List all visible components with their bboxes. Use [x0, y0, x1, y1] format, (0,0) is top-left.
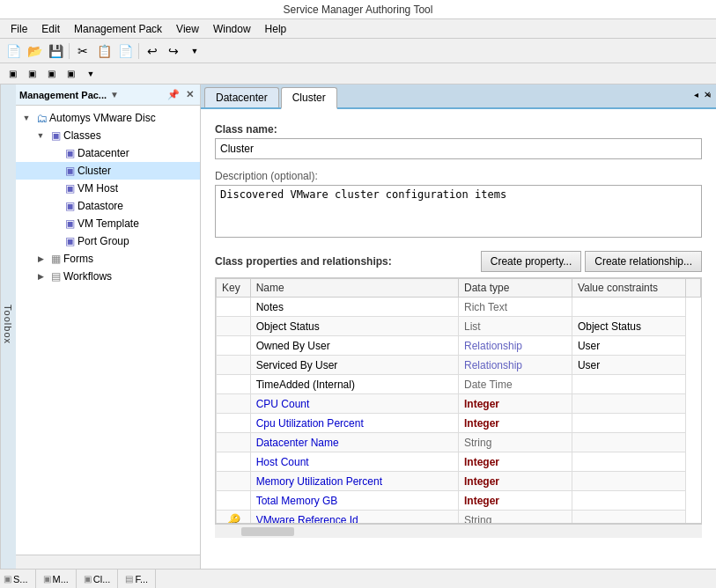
toolbar2: ▣ ▣ ▣ ▣ ▼: [0, 63, 716, 85]
cell-name: VMware Reference Id: [250, 511, 458, 525]
tree-vmhost[interactable]: ▣ VM Host: [16, 180, 200, 197]
cut-button[interactable]: ✂: [73, 41, 92, 61]
cell-key: [217, 433, 251, 452]
paste-button[interactable]: 📄: [115, 41, 135, 61]
tree-cluster[interactable]: ▣ Cluster: [16, 162, 200, 180]
cell-key: [217, 452, 251, 472]
table-row[interactable]: Host CountInteger: [217, 452, 701, 472]
classes-folder-icon: ▣: [48, 129, 63, 143]
tree-root[interactable]: ▼ 🗂 Automys VMware Disc: [16, 109, 200, 127]
description-input[interactable]: Discovered VMware cluster configuration …: [215, 185, 702, 238]
status-item-3[interactable]: ▣ Cl...: [84, 570, 119, 588]
vmtemplate-class-icon: ▣: [62, 217, 78, 231]
sidebar-close-btn[interactable]: ✕: [182, 88, 196, 102]
cell-key: [217, 298, 251, 317]
table-row[interactable]: Owned By UserRelationshipUser: [217, 336, 701, 356]
status-item-4[interactable]: ▤ F...: [125, 570, 156, 588]
menu-file[interactable]: File: [4, 21, 34, 37]
cell-key: [217, 356, 251, 375]
sidebar: Management Pac... ▼ 📌 ✕ ▼ 🗂 Automys VMwa…: [16, 85, 201, 569]
table-row[interactable]: Datacenter NameString: [217, 433, 701, 452]
horizontal-scrollbar[interactable]: [215, 524, 702, 538]
toolbar2-btn4[interactable]: ▣: [62, 66, 79, 82]
redo-button[interactable]: ↪: [164, 41, 183, 61]
table-row[interactable]: 🔑VMware Reference IdString: [217, 511, 701, 525]
table-row[interactable]: Total Memory GBInteger: [217, 491, 701, 511]
save-button[interactable]: 💾: [46, 41, 65, 61]
cell-constraints: [572, 414, 685, 433]
cluster-class-icon: ▣: [62, 164, 78, 178]
table-row[interactable]: TimeAdded (Internal)Date Time: [217, 375, 701, 394]
tree-portgroup[interactable]: ▣ Port Group: [16, 232, 200, 250]
toolbar-separator-2: [138, 43, 139, 59]
status-label-1: S...: [13, 574, 28, 584]
create-property-button[interactable]: Create property...: [481, 251, 581, 272]
table-row[interactable]: Serviced By UserRelationshipUser: [217, 356, 701, 375]
properties-table-wrapper[interactable]: Key Name Data type Value constraints Not…: [215, 277, 702, 524]
status-item-2[interactable]: ▣ M...: [43, 570, 77, 588]
table-row[interactable]: Cpu Utilization PercentInteger: [217, 414, 701, 433]
col-header-name: Name: [250, 279, 458, 298]
status-icon-4: ▤: [125, 574, 133, 584]
app-title: Service Manager Authoring Tool: [284, 4, 433, 16]
cell-key: [217, 472, 251, 491]
tree-datastore[interactable]: ▣ Datastore: [16, 197, 200, 215]
tree-workflows[interactable]: ▶ ▤ Workflows: [16, 268, 200, 285]
dropdown-arrow[interactable]: ▼: [185, 41, 204, 61]
table-row[interactable]: CPU CountInteger: [217, 394, 701, 414]
toolbox-tab[interactable]: Toolbox: [0, 85, 16, 569]
properties-title: Class properties and relationships:: [215, 255, 392, 268]
cell-constraints: [572, 394, 685, 414]
col-header-constraints: Value constraints: [572, 279, 685, 298]
col-header-key: Key: [217, 279, 251, 298]
tree-forms[interactable]: ▶ ▦ Forms: [16, 250, 200, 268]
tree-classes[interactable]: ▼ ▣ Classes: [16, 127, 200, 144]
toolbar2-btn1[interactable]: ▣: [4, 66, 21, 82]
tab-close-button[interactable]: ✕: [704, 90, 711, 99]
vmhost-label: VM Host: [78, 182, 118, 195]
table-row[interactable]: Object StatusListObject Status: [217, 317, 701, 336]
menu-management-pack[interactable]: Management Pack: [67, 21, 169, 37]
cell-datatype: Rich Text: [459, 298, 572, 317]
workflows-expand: ▶: [33, 272, 48, 281]
content-area: Datacenter Cluster ◂ ◂ ✕ Class name: Des…: [201, 85, 716, 569]
create-relationship-button[interactable]: Create relationship...: [585, 251, 702, 272]
class-name-input[interactable]: [215, 138, 702, 159]
copy-button[interactable]: 📋: [94, 41, 114, 61]
tab-cluster[interactable]: Cluster: [281, 87, 337, 109]
cell-key: [217, 491, 251, 511]
cell-constraints: [572, 472, 685, 491]
toolbar2-dropdown[interactable]: ▼: [81, 64, 100, 84]
cell-name: Notes: [250, 298, 458, 317]
portgroup-class-icon: ▣: [62, 234, 78, 248]
menu-edit[interactable]: Edit: [34, 21, 67, 37]
undo-button[interactable]: ↩: [143, 41, 162, 61]
classes-expand-icon: ▼: [33, 131, 48, 140]
toolbar2-btn3[interactable]: ▣: [42, 66, 60, 82]
sidebar-dropdown-arrow[interactable]: ▼: [110, 90, 119, 99]
new-button[interactable]: 📄: [4, 41, 23, 61]
menu-window[interactable]: Window: [206, 21, 258, 37]
cell-key: [217, 394, 251, 414]
menu-view[interactable]: View: [169, 21, 206, 37]
scroll-thumb: [241, 527, 294, 536]
tree-vmtemplate[interactable]: ▣ VM Template: [16, 215, 200, 232]
tab-auto-hide-btn[interactable]: ◂: [694, 90, 698, 99]
sidebar-horizontal-scrollbar[interactable]: [16, 555, 200, 569]
menu-help[interactable]: Help: [258, 21, 294, 37]
cell-constraints: [572, 375, 685, 394]
table-row[interactable]: Memory Utilization PercentInteger: [217, 472, 701, 491]
table-row[interactable]: NotesRich Text: [217, 298, 701, 317]
root-label: Automys VMware Disc: [49, 112, 156, 124]
cell-key: 🔑: [217, 511, 251, 525]
open-button[interactable]: 📂: [25, 41, 44, 61]
tab-datacenter[interactable]: Datacenter: [204, 87, 279, 107]
status-item-1[interactable]: ▣ S...: [4, 570, 36, 588]
cell-name: Host Count: [250, 452, 458, 472]
toolbar2-btn2[interactable]: ▣: [23, 66, 41, 82]
root-package-icon: 🗂: [33, 111, 49, 125]
toolbar-separator: [69, 43, 70, 59]
sidebar-pin-btn[interactable]: 📌: [166, 88, 181, 102]
datastore-label: Datastore: [78, 200, 123, 212]
tree-datacenter[interactable]: ▣ Datacenter: [16, 144, 200, 162]
